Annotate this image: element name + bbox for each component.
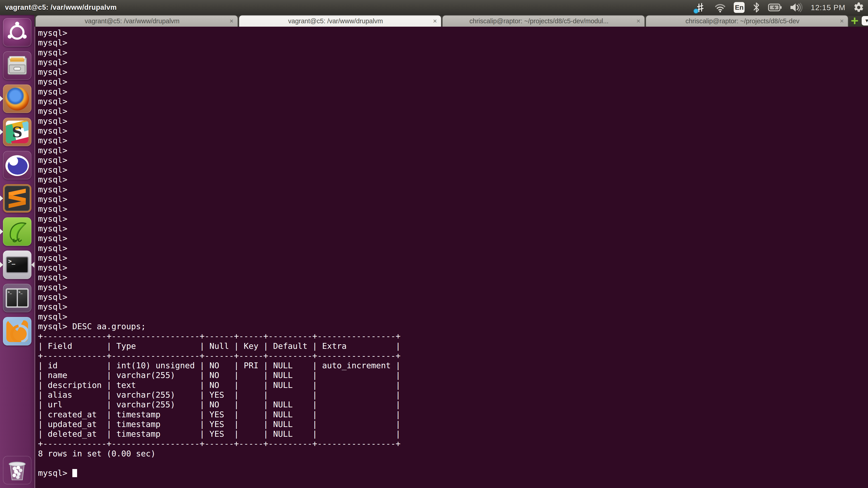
launcher-item-terminal[interactable]: >_ <box>3 251 31 279</box>
firefox-icon <box>3 85 31 113</box>
slack-icon: S <box>3 118 31 146</box>
green-leaf-icon <box>3 217 31 246</box>
system-tray: # En <box>694 0 868 15</box>
launcher-item-slack[interactable]: S <box>3 118 31 146</box>
new-tab-button[interactable]: + <box>851 14 859 27</box>
unity-launcher: S >_ <box>0 15 34 488</box>
terminal-cursor <box>72 469 77 477</box>
close-tab-icon[interactable]: × <box>835 17 844 25</box>
slack-indicator-icon[interactable]: # <box>694 0 707 15</box>
close-tab-icon[interactable]: × <box>631 17 640 25</box>
close-tab-icon[interactable]: × <box>428 17 437 25</box>
launcher-item-files[interactable] <box>3 51 31 80</box>
session-menu-gear-icon[interactable] <box>853 0 864 15</box>
tab-vagrant-drupalvm-2-active[interactable]: vagrant@c5: /var/www/drupalvm × <box>239 15 441 27</box>
tab-list-dropdown-button[interactable]: ▼ <box>862 16 868 26</box>
sublime-text-icon <box>3 184 31 213</box>
tab-chriscalip-modules[interactable]: chriscalip@raptor: ~/projects/d8/c5-dev/… <box>442 15 645 27</box>
battery-charging-icon[interactable] <box>768 0 782 15</box>
terminal-icon: >_ <box>3 251 31 279</box>
terminal-tab-bar: vagrant@c5: /var/www/drupalvm × vagrant@… <box>34 15 868 27</box>
wifi-icon[interactable] <box>714 0 726 15</box>
blue-orb-icon <box>3 151 31 180</box>
launcher-item-dash[interactable] <box>3 18 31 46</box>
launcher-item-terminator[interactable]: >_ >_ <box>3 284 31 312</box>
launcher-item-software-swirl[interactable] <box>3 317 31 346</box>
close-tab-icon[interactable]: × <box>224 17 234 25</box>
volume-icon[interactable] <box>790 0 803 15</box>
window-title: vagrant@c5: /var/www/drupalvm <box>5 3 117 11</box>
file-cabinet-icon <box>3 51 31 80</box>
tab-vagrant-drupalvm-1[interactable]: vagrant@c5: /var/www/drupalvm × <box>35 15 238 27</box>
launcher-item-trash[interactable] <box>3 456 31 484</box>
terminal-window: vagrant@c5: /var/www/drupalvm × vagrant@… <box>34 15 868 488</box>
tab-chriscalip-c5dev[interactable]: chriscalip@raptor: ~/projects/d8/c5-dev … <box>646 15 848 27</box>
swirl-icon <box>3 317 31 346</box>
launcher-item-sublime[interactable] <box>3 184 31 213</box>
terminal-output: mysql> mysql> mysql> mysql> mysql> mysql… <box>38 28 868 478</box>
top-menu-bar: vagrant@c5: /var/www/drupalvm # En <box>0 0 868 15</box>
keyboard-layout-indicator[interactable]: En <box>734 2 745 13</box>
bluetooth-icon[interactable] <box>752 0 761 15</box>
terminal-screen[interactable]: mysql> mysql> mysql> mysql> mysql> mysql… <box>34 27 868 488</box>
terminator-icon: >_ >_ <box>3 284 31 312</box>
launcher-item-blue-orb[interactable] <box>3 151 31 180</box>
ubuntu-logo-icon <box>3 18 31 46</box>
launcher-item-firefox[interactable] <box>3 85 31 113</box>
trash-icon <box>3 456 31 484</box>
launcher-item-midori[interactable] <box>3 217 31 246</box>
clock[interactable]: 12:15 PM <box>811 0 845 15</box>
